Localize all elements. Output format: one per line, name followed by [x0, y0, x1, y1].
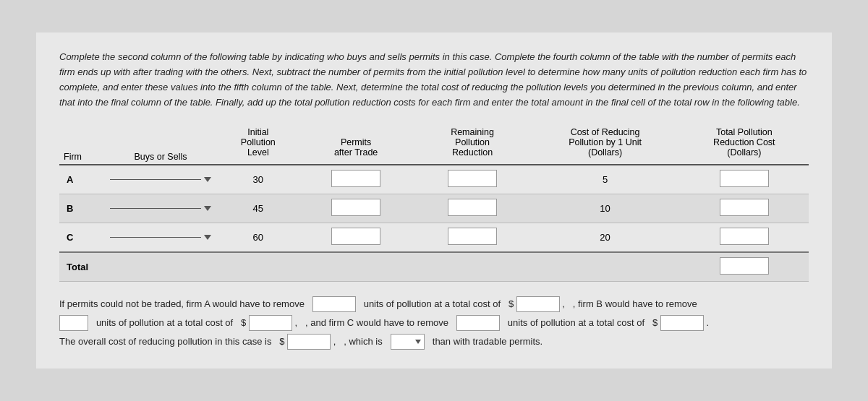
footer-line1-end: , firm B would have to remove: [573, 298, 697, 309]
firm-a-label: A: [59, 165, 103, 194]
footer-dollar2: $: [241, 317, 246, 328]
footer-line1: If permits could not be traded, firm A w…: [59, 295, 809, 314]
firm-a-cost-per-unit: 5: [530, 165, 679, 194]
footer-line2-middle: , and firm C would have to remove: [305, 317, 448, 328]
firm-b-permits-input[interactable]: [331, 199, 380, 216]
firm-c-cost-per-unit: 20: [530, 223, 679, 252]
total-buys-sells: [103, 252, 218, 282]
firm-a-dropdown-line: [110, 179, 201, 180]
firm-b-total-cost-input[interactable]: [720, 199, 769, 216]
footer-firm-a-remove-input[interactable]: [312, 296, 356, 312]
table-row: C 60 20: [59, 223, 809, 252]
col-cost-reducing: Cost of Reducing Pollution by 1 Unit (Do…: [530, 125, 679, 160]
footer-dollar3: $: [652, 317, 658, 328]
firm-c-permits-after-trade-cell: [298, 223, 414, 252]
col-remaining-pollution: Remaining Pollution Reduction: [414, 125, 531, 160]
firm-a-total-cost-input[interactable]: [720, 170, 769, 187]
firm-a-remaining-input[interactable]: [448, 170, 497, 187]
col-permits-after-trade: Permits after Trade: [298, 125, 414, 160]
footer-comparison-dropdown[interactable]: [391, 334, 425, 350]
footer-line2: units of pollution at a total cost of $ …: [59, 314, 809, 332]
footer-line2-start: units of pollution at a total cost of: [96, 317, 233, 328]
footer-comma2: ,: [295, 317, 298, 328]
firm-a-permits-input[interactable]: [331, 170, 380, 187]
col-total-pollution-cost: Total Pollution Reduction Cost (Dollars): [680, 125, 809, 160]
firm-a-remaining-pollution-cell: [414, 165, 531, 194]
firm-b-label: B: [59, 194, 103, 223]
firm-c-remaining-input[interactable]: [448, 228, 497, 245]
footer-comma1: ,: [562, 298, 565, 309]
table-row: B 45 10: [59, 194, 809, 223]
firm-c-remaining-pollution-cell: [414, 223, 531, 252]
col-firm: Firm: [59, 125, 103, 165]
footer-dropdown-text: [394, 332, 412, 351]
total-row: Total: [59, 252, 809, 282]
total-initial: [218, 252, 298, 282]
firm-c-initial-pollution: 60: [218, 223, 298, 252]
firm-a-dropdown-arrow[interactable]: [204, 177, 211, 182]
firm-b-buys-sells-cell: [103, 194, 218, 223]
firm-c-dropdown-arrow[interactable]: [204, 235, 211, 240]
col-buys-sells: Buys or Sells: [103, 125, 218, 165]
footer-dollar4: $: [279, 336, 284, 347]
firm-c-buys-sells-cell: [103, 223, 218, 252]
total-cost-cell: [680, 252, 809, 282]
firm-b-remaining-pollution-cell: [414, 194, 531, 223]
firm-b-total-cost-cell: [680, 194, 809, 223]
footer-section: If permits could not be traded, firm A w…: [59, 295, 809, 351]
firm-c-permits-input[interactable]: [331, 228, 380, 245]
footer-period: .: [707, 317, 710, 328]
firm-c-dropdown-line: [110, 237, 201, 238]
total-label: Total: [59, 252, 103, 282]
footer-line3-end: than with tradable permits.: [433, 336, 542, 347]
footer-line3-start: The overall cost of reducing pollution i…: [59, 336, 271, 347]
firm-a-permits-after-trade-cell: [298, 165, 414, 194]
total-cost-per-unit: [530, 252, 679, 282]
footer-overall-cost-input[interactable]: [287, 334, 331, 350]
footer-firm-c-total-cost-input[interactable]: [660, 315, 704, 331]
firm-c-label: C: [59, 223, 103, 252]
footer-dropdown-arrow: [415, 340, 421, 344]
footer-firm-a-total-cost-input[interactable]: [516, 296, 560, 312]
pollution-table: Firm Buys or Sells Initial Pollution Lev…: [59, 125, 809, 282]
main-container: Complete the second column of the follow…: [36, 33, 832, 368]
firm-b-dropdown-line: [110, 208, 201, 209]
footer-line1-middle: units of pollution at a total cost of: [364, 298, 501, 309]
firm-c-total-cost-input[interactable]: [720, 228, 769, 245]
table-row: A 30 5: [59, 165, 809, 194]
firm-b-remaining-input[interactable]: [448, 199, 497, 216]
firm-b-dropdown-arrow[interactable]: [204, 206, 211, 211]
footer-comma3: ,: [333, 336, 336, 347]
total-permits: [298, 252, 414, 282]
footer-line2-end: units of pollution at a total cost of: [508, 317, 644, 328]
footer-dollar1: $: [509, 298, 514, 309]
total-remaining: [414, 252, 531, 282]
firm-b-initial-pollution: 45: [218, 194, 298, 223]
footer-line1-start: If permits could not be traded, firm A w…: [59, 298, 305, 309]
footer-firm-b-remove-input[interactable]: [59, 315, 88, 331]
firm-a-initial-pollution: 30: [218, 165, 298, 194]
footer-firm-b-total-cost-input[interactable]: [249, 315, 292, 331]
firm-a-total-cost-cell: [680, 165, 809, 194]
footer-line3: The overall cost of reducing pollution i…: [59, 332, 809, 351]
footer-which-is: , which is: [344, 336, 382, 347]
total-cost-input[interactable]: [720, 257, 769, 275]
firm-b-permits-after-trade-cell: [298, 194, 414, 223]
instructions-text: Complete the second column of the follow…: [59, 50, 809, 110]
col-initial-pollution: Initial Pollution Level: [218, 125, 298, 160]
firm-c-total-cost-cell: [680, 223, 809, 252]
firm-b-cost-per-unit: 10: [530, 194, 679, 223]
firm-a-buys-sells-cell: [103, 165, 218, 194]
footer-firm-c-remove-input[interactable]: [456, 315, 500, 331]
